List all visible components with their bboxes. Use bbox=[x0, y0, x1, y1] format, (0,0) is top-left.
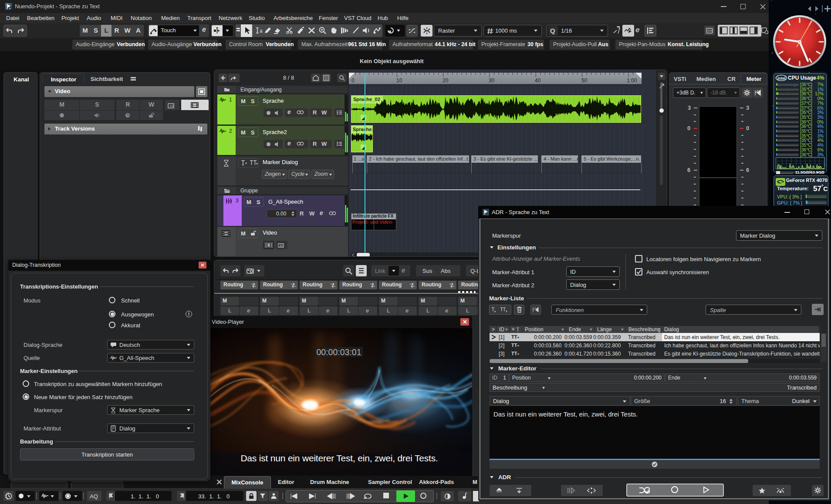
svg-text:0: 0 bbox=[351, 77, 355, 84]
svg-text:40: 40 bbox=[535, 77, 541, 84]
svg-text:intel: intel bbox=[777, 76, 786, 81]
svg-text:1:00: 1:00 bbox=[627, 77, 637, 84]
svg-text:a: a bbox=[260, 28, 263, 34]
svg-text:30: 30 bbox=[489, 77, 495, 84]
svg-text:10: 10 bbox=[396, 77, 402, 84]
svg-text:50: 50 bbox=[581, 77, 588, 84]
svg-text:20: 20 bbox=[443, 77, 449, 84]
svg-text:43: 43 bbox=[170, 104, 173, 108]
svg-text:43: 43 bbox=[280, 244, 283, 247]
